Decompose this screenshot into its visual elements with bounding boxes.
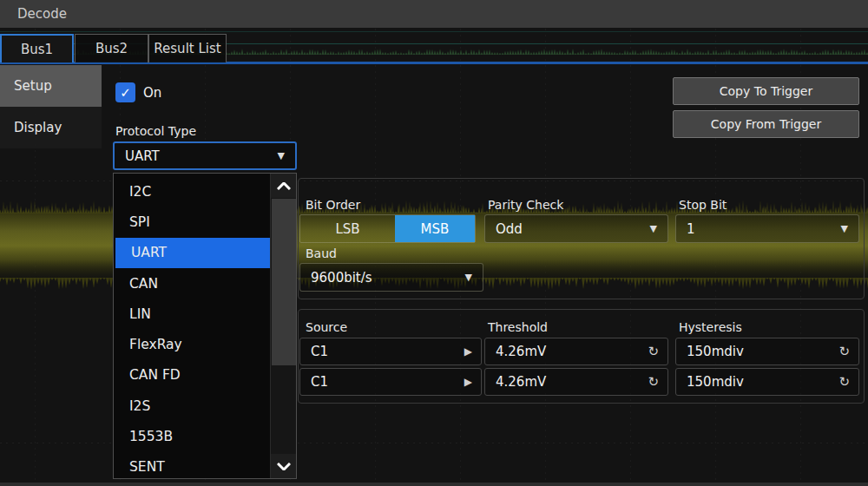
adjust-dial-icon[interactable]: ↻: [838, 374, 858, 390]
field-value: 150mdiv: [676, 344, 838, 359]
adjust-dial-icon[interactable]: ↻: [648, 374, 667, 390]
protocol-option[interactable]: 1553B: [114, 421, 270, 451]
trace-line: [0, 31, 868, 32]
tab-bus1[interactable]: Bus1: [0, 34, 74, 62]
hyst-field[interactable]: 150mdiv↻: [675, 338, 859, 365]
stop-bit-dropdown[interactable]: 1 ▼: [675, 214, 859, 243]
popup-scrollbar[interactable]: [270, 174, 296, 478]
hyst-field[interactable]: 150mdiv↻: [675, 368, 859, 396]
on-label: On: [143, 85, 161, 101]
checkmark-icon: ✓: [120, 85, 131, 101]
scroll-down-button[interactable]: [271, 454, 297, 478]
sidebar-item-display[interactable]: Display: [0, 107, 102, 148]
baud-label: Baud: [306, 246, 337, 260]
protocol-option[interactable]: FlexRay: [114, 329, 270, 359]
sidebar-item-setup[interactable]: Setup: [0, 65, 102, 107]
source-label: Source: [306, 320, 347, 334]
field-value: 150mdiv: [676, 374, 838, 390]
protocol-options-popup: I2CSPIUARTCANLINFlexRayCAN FDI2S1553BSEN…: [113, 173, 297, 479]
protocol-option[interactable]: LIN: [114, 299, 270, 329]
source-field[interactable]: C1▶: [299, 368, 482, 396]
protocol-option[interactable]: I2S: [114, 391, 270, 421]
tab-result-list[interactable]: Result List: [148, 34, 227, 62]
bit-order-segmented: LSB MSB: [299, 214, 476, 243]
expand-arrow-icon[interactable]: ▶: [464, 376, 481, 388]
threshold-field[interactable]: 4.26mV↻: [484, 338, 668, 365]
baud-value: 9600bit/s: [300, 270, 465, 286]
bit-order-label: Bit Order: [306, 198, 360, 212]
field-value: C1: [300, 374, 464, 390]
protocol-option[interactable]: I2C: [114, 176, 270, 207]
chevron-down-icon: ▼: [465, 272, 483, 283]
bit-order-msb-button[interactable]: MSB: [395, 215, 475, 242]
signal-row: C1▶4.26mV↻150mdiv↻: [299, 338, 865, 365]
protocol-option[interactable]: CAN: [114, 268, 270, 299]
protocol-type-label: Protocol Type: [115, 124, 196, 138]
segment-label: LSB: [335, 221, 359, 237]
adjust-dial-icon[interactable]: ↻: [648, 344, 667, 359]
signal-row: C1▶4.26mV↻150mdiv↻: [299, 368, 865, 396]
protocol-option[interactable]: SENT: [114, 452, 270, 479]
baud-dropdown[interactable]: 9600bit/s ▼: [299, 263, 483, 292]
source-field[interactable]: C1▶: [299, 338, 482, 365]
tab-bus2[interactable]: Bus2: [75, 34, 148, 62]
copy-to-trigger-button[interactable]: Copy To Trigger: [673, 77, 859, 105]
bottom-edge: [0, 483, 868, 486]
sidebar-label: Display: [14, 120, 62, 135]
protocol-dropdown[interactable]: UART ▼: [113, 141, 297, 170]
stop-bit-label: Stop Bit: [679, 198, 727, 212]
chevron-down-icon: ▼: [650, 223, 667, 234]
protocol-option[interactable]: CAN FD: [114, 360, 270, 391]
parity-dropdown[interactable]: Odd ▼: [484, 214, 668, 243]
parity-check-label: Parity Check: [488, 198, 563, 212]
copy-from-trigger-button[interactable]: Copy From Trigger: [673, 110, 859, 138]
threshold-label: Threshold: [488, 320, 548, 334]
on-checkbox[interactable]: ✓: [115, 82, 135, 102]
segment-label: MSB: [421, 221, 450, 237]
expand-arrow-icon[interactable]: ▶: [464, 345, 481, 358]
titlebar: Decode: [0, 0, 868, 28]
tab-label: Bus2: [95, 41, 128, 56]
scrollbar-thumb[interactable]: [272, 199, 296, 365]
protocol-value: UART: [115, 148, 278, 164]
field-value: 4.26mV: [485, 344, 648, 359]
adjust-dial-icon[interactable]: ↻: [838, 344, 858, 359]
field-value: 4.26mV: [485, 374, 648, 390]
protocol-options-list: I2CSPIUARTCANLINFlexRayCAN FDI2S1553BSEN…: [114, 176, 270, 479]
decode-dialog: Decode ✕ Bus1 Bus2 Result List Setup Dis…: [0, 0, 868, 486]
stop-bit-value: 1: [676, 221, 841, 237]
dialog-title: Decode: [17, 0, 67, 28]
threshold-field[interactable]: 4.26mV↻: [484, 368, 668, 396]
sidebar-label: Setup: [14, 78, 52, 94]
parity-value: Odd: [485, 221, 650, 237]
scroll-up-button[interactable]: [271, 174, 297, 198]
chevron-up-icon: [277, 182, 291, 190]
protocol-option[interactable]: UART: [115, 238, 270, 268]
tab-label: Result List: [154, 41, 220, 56]
chevron-down-icon: ▼: [841, 223, 858, 234]
chevron-down-icon: [277, 463, 291, 470]
chevron-down-icon: ▼: [278, 150, 295, 161]
bit-order-lsb-button[interactable]: LSB: [300, 215, 395, 242]
button-label: Copy From Trigger: [711, 117, 821, 131]
button-label: Copy To Trigger: [720, 84, 812, 98]
tab-label: Bus1: [21, 42, 53, 57]
protocol-option[interactable]: SPI: [114, 207, 270, 237]
hysteresis-label: Hysteresis: [679, 320, 742, 334]
field-value: C1: [300, 344, 464, 359]
